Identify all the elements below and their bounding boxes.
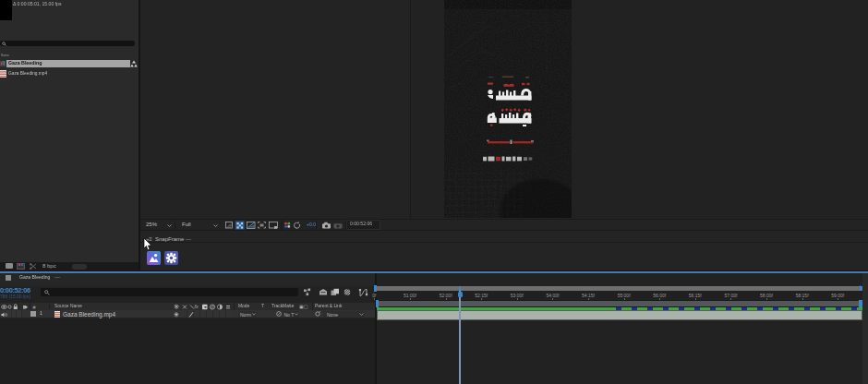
- svg-text:fx: fx: [195, 304, 199, 309]
